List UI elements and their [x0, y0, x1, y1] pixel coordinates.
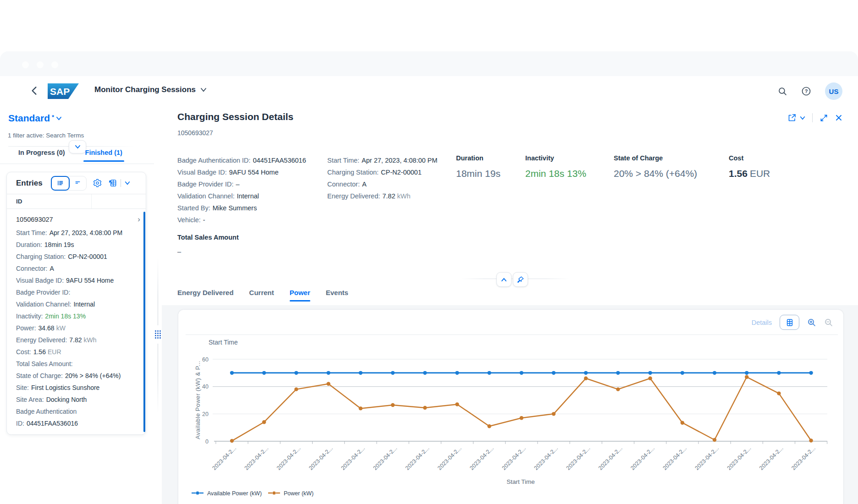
svg-text:2023-04-2...: 2023-04-2...	[500, 445, 527, 471]
share-split-button[interactable]	[787, 113, 805, 122]
detail-field: Connector:A	[327, 178, 437, 190]
detail-actions	[787, 113, 842, 122]
detail-field: Energy Delivered:7.82kWh	[327, 190, 437, 202]
entry-field: Inactivity:2min 18s 13%	[16, 310, 139, 322]
window-title-band	[0, 51, 858, 76]
divider	[0, 164, 154, 164]
power-line-chart[interactable]: 02040602023-04-2...2023-04-2...2023-04-2…	[178, 310, 843, 504]
entry-field: Total Sales Amount:	[16, 358, 139, 370]
detail-field: Vehicle:-	[177, 214, 306, 226]
kpi-state-of-charge: State of Charge 20% > 84% (+64%)	[614, 154, 697, 179]
entry-field: State of Charge:20% > 84% (+64%)	[16, 370, 139, 382]
svg-text:2023-04-2...: 2023-04-2...	[275, 445, 302, 471]
help-icon[interactable]: ?	[801, 86, 811, 96]
svg-text:2023-04-2...: 2023-04-2...	[533, 445, 560, 471]
svg-text:2023-04-2...: 2023-04-2...	[790, 445, 817, 471]
chevron-down-icon	[75, 145, 81, 149]
chevron-right-icon: ›	[138, 215, 140, 223]
session-state-tab[interactable]: In Progress (0)	[18, 149, 65, 162]
kpi-cost: Cost 1.56EUR	[729, 154, 770, 179]
app-window: SAP Monitor Charging Sessions ? US Stand…	[0, 0, 858, 504]
svg-text:40: 40	[202, 383, 209, 390]
svg-text:2023-04-2...: 2023-04-2...	[211, 445, 238, 471]
svg-text:SAP: SAP	[50, 86, 70, 97]
session-state-tabs: In Progress (0)Finished (1)	[18, 149, 122, 162]
page-subtitle: 1050693027	[177, 129, 213, 137]
sap-logo[interactable]: SAP	[48, 83, 79, 101]
svg-text:2023-04-2...: 2023-04-2...	[308, 445, 334, 471]
detail-section-tabs: Energy DeliveredCurrentPowerEvents	[177, 289, 348, 301]
entry-field: Visual Badge ID:9AFU 554 Home	[16, 274, 139, 286]
view-modified-marker: *	[52, 114, 54, 121]
chevron-down-icon	[200, 88, 207, 92]
collapse-header-button[interactable]	[496, 272, 512, 287]
svg-text:Available Power (kW) & P...: Available Power (kW) & P...	[194, 361, 201, 439]
view-selector[interactable]: Standard *	[8, 113, 62, 124]
page-title: Charging Session Details	[177, 111, 293, 122]
close-button[interactable]	[835, 114, 842, 121]
svg-text:2023-04-2...: 2023-04-2...	[597, 445, 624, 471]
pin-icon	[517, 276, 524, 284]
condensed-list-view-button[interactable]	[69, 176, 86, 189]
export-split-button[interactable]	[108, 179, 130, 187]
svg-text:0: 0	[205, 438, 209, 445]
settings-gear-icon[interactable]	[93, 179, 102, 187]
vertical-scrollbar[interactable]	[143, 212, 145, 432]
divider	[121, 179, 121, 187]
svg-text:?: ?	[805, 88, 808, 94]
back-icon[interactable]	[29, 84, 39, 99]
svg-text:2023-04-2...: 2023-04-2...	[629, 445, 656, 471]
entry-field: Start Time:Apr 27, 2023, 4:08:00 PM	[16, 227, 139, 239]
enter-fullscreen-button[interactable]	[820, 114, 828, 122]
entry-field: Badge Provider ID:	[16, 286, 139, 298]
entry-id: 1050693027	[16, 216, 53, 223]
entries-title: Entries	[16, 179, 43, 188]
detail-fields-column-2: Start Time:Apr 27, 2023, 4:08:00 PMCharg…	[327, 154, 437, 202]
detail-field: Visual Badge ID:9AFU 554 Home	[177, 166, 306, 178]
detail-field: Charging Station:CP-N2-00001	[327, 166, 437, 178]
user-avatar[interactable]: US	[825, 82, 842, 100]
entry-field: Site Area:Docking North	[16, 394, 139, 405]
filter-info-text: 1 filter active: Search Terms	[8, 132, 84, 139]
svg-text:2023-04-2...: 2023-04-2...	[468, 445, 495, 471]
close-icon	[835, 114, 842, 121]
svg-text:Available Power (kW): Available Power (kW)	[207, 490, 262, 497]
detail-section-tab[interactable]: Energy Delivered	[177, 289, 234, 301]
svg-text:Power (kW): Power (kW)	[284, 490, 314, 497]
app-title[interactable]: Monitor Charging Sessions	[94, 85, 207, 94]
svg-text:2023-04-2...: 2023-04-2...	[565, 445, 592, 471]
entry-field-list: Start Time:Apr 27, 2023, 4:08:00 PM Dura…	[7, 225, 146, 429]
view-mode-segmented-control	[51, 176, 87, 191]
entry-row[interactable]: 1050693027 › Start Time:Apr 27, 2023, 4:…	[7, 209, 146, 429]
shell-bar: SAP Monitor Charging Sessions ? US	[0, 76, 858, 106]
search-icon[interactable]	[778, 87, 787, 96]
panel-splitter	[154, 106, 162, 504]
svg-text:2023-04-2...: 2023-04-2...	[436, 445, 463, 471]
id-column-header[interactable]: ID	[7, 194, 146, 208]
detail-list-view-button[interactable]	[51, 176, 70, 191]
detail-field: Start Time:Apr 27, 2023, 4:08:00 PM	[327, 154, 437, 166]
detail-section-tab[interactable]: Power	[290, 289, 310, 301]
pin-header-button[interactable]	[513, 272, 528, 287]
window-dot	[22, 61, 29, 68]
chevron-up-icon	[501, 278, 507, 282]
svg-text:20: 20	[202, 411, 209, 417]
entries-list-card: Entries	[6, 172, 146, 435]
detail-field: Badge Provider ID:–	[177, 178, 306, 190]
svg-text:2023-04-2...: 2023-04-2...	[372, 445, 399, 471]
svg-text:2023-04-2...: 2023-04-2...	[758, 445, 785, 471]
column-divider	[91, 194, 92, 208]
entry-field: Connector:A	[16, 263, 139, 274]
session-state-tab[interactable]: Finished (1)	[85, 149, 122, 162]
splitter-grip-handle[interactable]	[154, 325, 161, 344]
total-sales-amount-value: –	[177, 248, 181, 255]
detail-section-tab[interactable]: Events	[326, 289, 348, 301]
detail-fields-column-1: Badge Authentication ID:04451FAA536016Vi…	[177, 154, 306, 226]
app-title-text: Monitor Charging Sessions	[94, 85, 196, 94]
svg-text:2023-04-2...: 2023-04-2...	[243, 445, 270, 471]
window-dot	[37, 61, 44, 68]
svg-text:2023-04-2...: 2023-04-2...	[404, 445, 431, 471]
detail-section-tab[interactable]: Current	[249, 289, 274, 301]
export-spreadsheet-icon	[108, 179, 117, 187]
svg-text:2023-04-2...: 2023-04-2...	[340, 445, 366, 471]
